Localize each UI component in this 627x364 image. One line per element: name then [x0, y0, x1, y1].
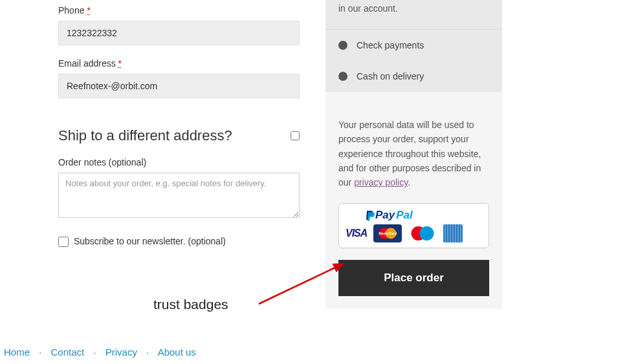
newsletter-row: Subscribe to our newsletter. (optional) — [58, 236, 300, 247]
phone-field-block: Phone * — [58, 5, 300, 45]
separator — [325, 92, 502, 105]
phone-input[interactable] — [58, 21, 300, 45]
paypal-pay-text: Pay — [375, 209, 395, 222]
ship-different-address-row: Ship to a different address? — [58, 127, 300, 144]
order-summary-lower: Your personal data will be used to proce… — [325, 105, 502, 309]
ship-different-heading: Ship to a different address? — [58, 127, 232, 144]
mastercard-badge-icon: MasterCard — [373, 224, 402, 242]
trust-badges-box: PayPal VISA MasterCard — [338, 203, 489, 248]
email-label-text: Email address — [58, 58, 116, 69]
newsletter-label: Subscribe to our newsletter. (optional) — [74, 236, 226, 246]
amex-badge-icon — [443, 224, 463, 242]
email-field-block: Email address * — [58, 58, 300, 98]
phone-label-text: Phone — [58, 5, 84, 16]
paypal-pal-text: Pal — [396, 209, 413, 222]
order-notes-label: Order notes (optional) — [58, 157, 300, 167]
email-input[interactable] — [58, 74, 300, 98]
maestro-badge-icon — [408, 224, 437, 242]
payment-option-check[interactable]: Check payments — [325, 29, 502, 61]
payment-option-cod[interactable]: Cash on delivery — [325, 61, 502, 92]
footer-link-privacy[interactable]: Privacy — [105, 347, 137, 358]
paypal-logo: PayPal — [365, 209, 482, 222]
payment-methods-box: shipped until the funds have cleared in … — [325, 0, 502, 92]
footer-nav: Home · Contact · Privacy · About us — [4, 347, 196, 358]
phone-label: Phone * — [58, 5, 300, 16]
footer-link-contact[interactable]: Contact — [51, 347, 85, 358]
privacy-policy-link[interactable]: privacy policy — [354, 177, 408, 187]
card-badge-row: VISA MasterCard — [346, 224, 482, 242]
required-star-icon: * — [87, 5, 90, 16]
ship-different-checkbox[interactable] — [291, 131, 300, 140]
required-star-icon: * — [118, 58, 122, 69]
radio-icon — [338, 41, 347, 50]
footer-separator: · — [146, 347, 149, 358]
newsletter-checkbox[interactable] — [58, 237, 69, 247]
footer-link-about[interactable]: About us — [158, 347, 196, 358]
payment-option-label: Check payments — [357, 40, 424, 50]
payment-option-label: Cash on delivery — [357, 71, 424, 81]
paypal-icon — [365, 210, 374, 220]
place-order-button[interactable]: Place order — [338, 260, 489, 296]
privacy-text: Your personal data will be used to proce… — [338, 118, 489, 190]
bank-transfer-note: shipped until the funds have cleared in … — [325, 0, 502, 29]
order-notes-textarea[interactable] — [58, 173, 300, 218]
footer-separator: · — [39, 347, 41, 358]
footer-link-home[interactable]: Home — [4, 347, 30, 358]
visa-badge-icon: VISA — [346, 228, 367, 239]
radio-icon — [338, 72, 347, 81]
email-label: Email address * — [58, 58, 300, 69]
footer-separator: · — [93, 347, 96, 358]
